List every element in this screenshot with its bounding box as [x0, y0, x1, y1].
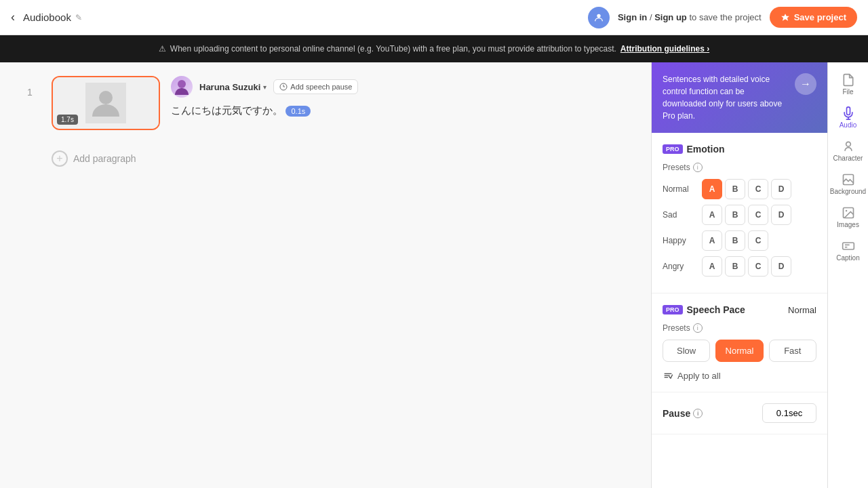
emotion-happy-c[interactable]: C [748, 230, 768, 251]
speech-pace-value: Normal [788, 305, 816, 315]
svg-point-0 [597, 14, 600, 17]
emotion-sad-d[interactable]: D [771, 205, 791, 225]
character-name-row: Haruna Suzuki ▾ [199, 82, 267, 92]
pace-slow-button[interactable]: Slow [663, 340, 710, 362]
project-title: Audiobook ✎ [23, 12, 82, 23]
svg-point-2 [99, 91, 113, 104]
duration-badge: 1.7s [57, 115, 78, 125]
emotion-normal-a[interactable]: A [702, 179, 722, 199]
topbar: ‹ Audiobook ✎ Sign in / Sign up to save … [0, 0, 868, 35]
speech-pace-presets-row: Presets i [663, 323, 816, 333]
pause-tag: 0.1s [285, 106, 311, 117]
warning-icon: ⚠ [159, 44, 166, 54]
apply-all-row[interactable]: Apply to all [663, 370, 816, 381]
save-button[interactable]: Save project [770, 7, 857, 28]
audio-icon-label: Audio [840, 121, 857, 129]
sign-up-link[interactable]: Sign up [654, 12, 687, 22]
main-layout: 1 1.7s Haruna Suzuki ▾ [0, 62, 868, 488]
avatar [588, 7, 610, 28]
svg-rect-16 [842, 243, 854, 249]
emotion-angry-a[interactable]: A [702, 256, 722, 277]
emotion-angry-b[interactable]: B [725, 256, 745, 277]
emotion-presets-row: Presets i [663, 163, 816, 172]
topbar-right: Sign in / Sign up to save the project Sa… [588, 7, 857, 28]
add-speech-pause-button[interactable]: Add speech pause [273, 79, 358, 94]
sidebar-item-images[interactable]: Images [828, 201, 868, 234]
sidebar-item-file[interactable]: File [828, 68, 868, 101]
emotion-section-header: PRO Emotion [663, 144, 816, 155]
emotion-angry-c[interactable]: C [748, 256, 768, 277]
emotion-presets-label: Presets i [663, 163, 703, 172]
add-paragraph-label: Add paragraph [73, 153, 136, 164]
pause-row: Pause i [663, 403, 816, 423]
apply-all-label: Apply to all [677, 371, 721, 381]
emotion-normal-c[interactable]: C [748, 179, 768, 199]
emotion-pro-badge: PRO [663, 144, 683, 154]
emotion-title: PRO Emotion [663, 144, 725, 155]
right-panel: Sentences with detailed voice control fu… [651, 62, 827, 488]
character-dropdown[interactable]: ▾ [263, 83, 267, 91]
emotion-row-happy: Happy A B C [663, 230, 816, 251]
speech-pace-title: PRO Speech Pace [663, 304, 745, 315]
emotion-info-icon[interactable]: i [693, 163, 703, 172]
sidebar-item-caption[interactable]: Caption [828, 234, 868, 267]
svg-point-3 [178, 80, 186, 88]
topbar-left: ‹ Audiobook ✎ [11, 10, 82, 24]
sign-in-text: Sign in / Sign up to save the project [618, 12, 762, 22]
pause-section: Pause i [652, 392, 827, 434]
emotion-sad-label: Sad [663, 210, 696, 220]
add-paragraph-button[interactable]: + Add paragraph [52, 144, 624, 174]
speech-pace-presets-label: Presets i [663, 323, 703, 333]
pause-input[interactable] [762, 403, 816, 423]
back-button[interactable]: ‹ [11, 10, 15, 24]
pause-info-icon[interactable]: i [693, 409, 703, 418]
emotion-section: PRO Emotion Presets i Normal A B C D [652, 133, 827, 293]
emotion-normal-btns: A B C D [702, 179, 791, 199]
caption-icon-label: Caption [836, 254, 859, 262]
speech-pace-header: PRO Speech Pace Normal [663, 304, 816, 315]
warning-bar: ⚠ When uploading content to personal onl… [0, 35, 868, 62]
paragraph-header: Haruna Suzuki ▾ Add speech pause [171, 76, 624, 98]
sign-in-link[interactable]: Sign in [618, 12, 647, 22]
speech-pace-info-icon[interactable]: i [693, 323, 703, 333]
svg-point-15 [845, 210, 847, 212]
emotion-sad-b[interactable]: B [725, 205, 745, 225]
emotion-happy-a[interactable]: A [702, 230, 722, 251]
paragraph-content: Haruna Suzuki ▾ Add speech pause こんにちは元気… [171, 76, 624, 117]
paragraph-text: こんにちは元気ですか。 0.1s [171, 104, 624, 117]
emotion-angry-d[interactable]: D [771, 256, 791, 277]
emotion-normal-d[interactable]: D [771, 179, 791, 199]
sidebar-item-background[interactable]: Background [828, 167, 868, 201]
paragraph-number: 1 [27, 87, 41, 98]
emotion-happy-label: Happy [663, 236, 696, 245]
pro-banner: Sentences with detailed voice control fu… [652, 62, 827, 133]
emotion-angry-label: Angry [663, 262, 696, 271]
emotion-angry-btns: A B C D [702, 256, 791, 277]
add-paragraph-icon: + [52, 150, 68, 167]
editor-area: 1 1.7s Haruna Suzuki ▾ [0, 62, 651, 488]
file-icon-label: File [842, 88, 853, 96]
emotion-happy-btns: A B C [702, 230, 768, 251]
emotion-row-angry: Angry A B C D [663, 256, 816, 277]
emotion-sad-c[interactable]: C [748, 205, 768, 225]
character-icon-label: Character [833, 155, 863, 162]
pace-buttons: Slow Normal Fast [663, 340, 816, 362]
pro-banner-arrow[interactable]: → [795, 73, 816, 95]
character-avatar [171, 76, 193, 98]
emotion-normal-b[interactable]: B [725, 179, 745, 199]
sidebar-item-character[interactable]: Character [828, 134, 868, 167]
edit-title-icon[interactable]: ✎ [75, 13, 82, 22]
sidebar-item-audio[interactable]: Audio [828, 101, 868, 134]
pace-normal-button[interactable]: Normal [715, 340, 763, 362]
emotion-happy-b[interactable]: B [725, 230, 745, 251]
paragraph-row: 1 1.7s Haruna Suzuki ▾ [27, 76, 624, 130]
images-icon-label: Images [837, 221, 859, 228]
background-icon-label: Background [830, 188, 866, 195]
emotion-row-normal: Normal A B C D [663, 179, 816, 199]
apply-all-icon [663, 370, 673, 381]
pace-fast-button[interactable]: Fast [769, 340, 816, 362]
pro-banner-text: Sentences with detailed voice control fu… [663, 73, 788, 122]
emotion-sad-a[interactable]: A [702, 205, 722, 225]
paragraph-card: 1.7s [52, 76, 160, 130]
attribution-link[interactable]: Attribution guidelines › [620, 44, 709, 54]
